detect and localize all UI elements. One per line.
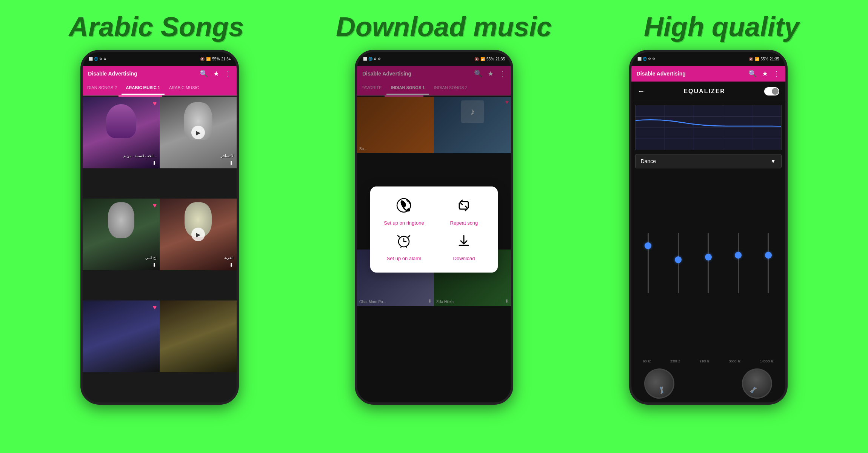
- eq-dial-1[interactable]: [640, 364, 679, 402]
- download-menu-icon: [456, 233, 471, 252]
- eq-grid: [636, 105, 781, 150]
- star-icon-3[interactable]: ★: [762, 69, 768, 78]
- eq-dial-2[interactable]: [736, 363, 777, 402]
- repeat-label: Repeat song: [450, 220, 478, 226]
- play-button-2[interactable]: ▶: [191, 126, 205, 139]
- eq-knob-5[interactable]: [765, 252, 772, 259]
- freq-14000hz: 14000Hz: [760, 359, 774, 363]
- eq-slider-track-2[interactable]: [678, 233, 679, 293]
- phone-1-song-grid: ♥ الحب قسمة - من م... ⬇ ▶ لا تسافر ⬇: [83, 97, 237, 402]
- phone-1-tabs: DIAN SONGS 2 ARABIC MUSIC 1 ARABIC MUSIC: [83, 82, 237, 96]
- heart-icon-3[interactable]: ♥: [153, 202, 157, 210]
- phone-1: ⬜🌐⚙⚙ 🔇 📶 55% 21:34 Disable Advertising 🔍…: [80, 50, 239, 405]
- song-card-1[interactable]: ♥ الحب قسمة - من م... ⬇: [83, 97, 160, 168]
- phones-row: ⬜🌐⚙⚙ 🔇 📶 55% 21:34 Disable Advertising 🔍…: [0, 50, 868, 405]
- more-icon-1[interactable]: ⋮: [225, 69, 231, 78]
- eq-slider-track-1[interactable]: [648, 233, 649, 293]
- freq-230hz: 230Hz: [670, 359, 680, 363]
- title-right: High quality: [644, 11, 799, 42]
- eq-title: EQUALIZER: [683, 88, 725, 95]
- eq-header: ← EQUALIZER: [631, 82, 785, 101]
- download-icon-3[interactable]: ⬇: [152, 262, 157, 268]
- eq-sliders: [631, 172, 785, 358]
- menu-item-alarm[interactable]: Set up on alarm: [378, 233, 430, 261]
- tab-dian-songs-2[interactable]: DIAN SONGS 2: [83, 82, 121, 95]
- phone-3-toolbar-icons: 🔍 ★ ⋮: [748, 69, 780, 78]
- status-icons-right-3: 🔇 📶 55% 21:35: [749, 57, 779, 61]
- phone-3-app-title[interactable]: Disable Advertising: [637, 71, 686, 77]
- song-card-6[interactable]: [160, 300, 237, 372]
- freq-60hz: 60Hz: [643, 359, 651, 363]
- eq-knob-3[interactable]: [705, 254, 712, 260]
- chevron-down-icon: ▼: [771, 158, 776, 164]
- status-icons-right: 🔇 📶 55% 21:34: [200, 57, 231, 61]
- alarm-label: Set up on alarm: [387, 256, 422, 261]
- song-title-4: الغربة: [163, 256, 234, 260]
- context-menu: Set up on ringtone Repeat song: [370, 186, 498, 273]
- titles-row: Arabic Songs Download music High quality: [0, 0, 868, 50]
- download-icon-2[interactable]: ⬇: [229, 160, 234, 166]
- phone-3: ⬜🌐⚙⚙ 🔇 📶 55% 21:35 Disable Advertising 🔍…: [629, 50, 788, 405]
- freq-910hz: 910Hz: [700, 359, 709, 363]
- phone-1-toolbar: Disable Advertising 🔍 ★ ⋮: [83, 66, 237, 82]
- alarm-icon: [396, 233, 411, 252]
- phone-2: ⬜🌐⚙⚙ 🔇 📶 55% 21:35 Disable Advertising 🔍…: [355, 50, 513, 405]
- tab-arabic-music[interactable]: ARABIC MUSIC: [165, 82, 203, 95]
- ringtone-label: Set up on ringtone: [384, 220, 424, 226]
- eq-slider-track-3[interactable]: [708, 233, 709, 293]
- eq-preset-label: Dance: [641, 158, 656, 164]
- song-title-2: لا تسافر: [163, 154, 234, 158]
- menu-item-repeat[interactable]: Repeat song: [438, 198, 490, 226]
- menu-item-ringtone[interactable]: Set up on ringtone: [378, 198, 430, 226]
- ringtone-icon: [396, 198, 411, 216]
- eq-knob-1[interactable]: [645, 242, 651, 249]
- status-icons-left-2: ⬜🌐⚙⚙: [363, 57, 381, 61]
- title-middle: Download music: [336, 11, 552, 42]
- eq-slider-230hz: [678, 233, 679, 301]
- download-icon-1[interactable]: ⬇: [152, 160, 157, 166]
- more-icon-3[interactable]: ⋮: [773, 69, 780, 78]
- phone-3-toolbar: Disable Advertising 🔍 ★ ⋮: [631, 66, 785, 82]
- search-icon-3[interactable]: 🔍: [748, 69, 757, 78]
- eq-dial-spacer: [693, 368, 723, 399]
- eq-slider-910hz: [708, 233, 709, 301]
- heart-icon-1[interactable]: ♥: [153, 100, 157, 108]
- status-bar-2: ⬜🌐⚙⚙ 🔇 📶 55% 21:35: [357, 52, 511, 66]
- song-card-4[interactable]: ▶ الغربة ⬇: [160, 199, 237, 270]
- eq-freq-labels: 60Hz 230Hz 910Hz 3600Hz 14000Hz: [631, 358, 785, 365]
- phone-3-screen: Disable Advertising 🔍 ★ ⋮ ← EQUALIZER: [631, 66, 785, 402]
- status-icons-left-3: ⬜🌐⚙⚙: [637, 57, 655, 61]
- repeat-icon: [456, 198, 471, 216]
- eq-knob-4[interactable]: [735, 252, 742, 259]
- eq-dropdown[interactable]: Dance ▼: [635, 154, 782, 168]
- eq-chart: [635, 105, 782, 150]
- download-icon-4[interactable]: ⬇: [229, 262, 234, 268]
- song-card-3[interactable]: ♥ اخ قلبي ⬇: [83, 199, 160, 270]
- heart-icon-5[interactable]: ♥: [153, 304, 157, 311]
- song-title-3: اخ قلبي: [86, 256, 157, 260]
- eq-back-button[interactable]: ←: [637, 87, 645, 96]
- status-icons-left: ⬜🌐⚙⚙: [89, 57, 106, 61]
- eq-slider-track-4[interactable]: [738, 233, 739, 293]
- eq-slider-track-5[interactable]: [768, 233, 769, 293]
- song-card-2[interactable]: ▶ لا تسافر ⬇: [160, 97, 237, 168]
- search-icon-1[interactable]: 🔍: [200, 69, 208, 78]
- play-button-4[interactable]: ▶: [191, 228, 205, 241]
- tab-arabic-music-1[interactable]: ARABIC MUSIC 1: [122, 82, 165, 95]
- eq-toggle[interactable]: [764, 87, 779, 96]
- song-card-5[interactable]: ♥: [83, 300, 160, 372]
- eq-knob-2[interactable]: [675, 256, 682, 263]
- phone-1-screen: Disable Advertising 🔍 ★ ⋮ DIAN SONGS 2 A…: [83, 66, 237, 402]
- menu-item-download[interactable]: Download: [438, 233, 490, 261]
- download-label: Download: [453, 256, 475, 261]
- eq-slider-60hz: [648, 233, 649, 301]
- phone-2-screen: Disable Advertising 🔍 ★ ⋮ FAVORITE INDIA…: [357, 66, 511, 402]
- status-bar-3: ⬜🌐⚙⚙ 🔇 📶 55% 21:35: [631, 52, 785, 66]
- status-bar-1: ⬜🌐⚙⚙ 🔇 📶 55% 21:34: [83, 52, 237, 66]
- title-left: Arabic Songs: [69, 11, 244, 42]
- song-title-1: الحب قسمة - من م...: [86, 154, 157, 158]
- star-icon-1[interactable]: ★: [213, 69, 219, 78]
- phone-1-app-title[interactable]: Disable Advertising: [88, 71, 137, 77]
- status-icons-right-2: 🔇 📶 55% 21:35: [474, 57, 505, 61]
- freq-3600hz: 3600Hz: [729, 359, 740, 363]
